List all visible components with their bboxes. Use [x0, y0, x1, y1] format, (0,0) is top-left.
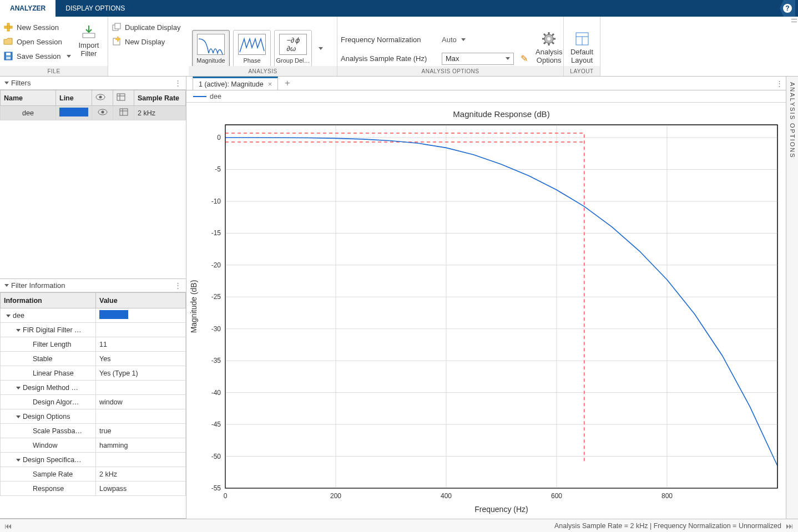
freq-norm-label: Frequency Normalization [341, 36, 435, 44]
legend-label: dee [210, 93, 221, 100]
expander-icon[interactable] [16, 459, 21, 462]
svg-text:Magnitude Response (dB): Magnitude Response (dB) [453, 109, 549, 119]
add-tab-button[interactable]: + [285, 77, 290, 90]
svg-text:-40: -40 [211, 389, 221, 397]
color-chip[interactable] [59, 108, 88, 116]
legend-line [193, 96, 206, 97]
info-row[interactable]: Scale Passba…true [1, 424, 186, 438]
group-label-layout: LAYOUT [564, 66, 600, 76]
analysis-more-button[interactable] [315, 45, 324, 52]
svg-point-14 [547, 37, 550, 40]
chevron-down-icon[interactable] [4, 82, 9, 84]
info-row[interactable]: Design Options [1, 409, 186, 424]
info-row[interactable]: Filter Length11 [1, 337, 186, 352]
group-label-analysis: ANALYSIS [189, 66, 337, 76]
filter-info-title: Filter Information [11, 281, 65, 290]
tab-menu-button[interactable]: ⋮ [772, 77, 786, 90]
info-row[interactable]: ResponseLowpass [1, 482, 186, 496]
info-row[interactable]: FIR Digital Filter … [1, 323, 186, 337]
import-icon [81, 24, 97, 40]
svg-text:-15: -15 [211, 229, 221, 237]
info-row[interactable]: Design Specifica… [1, 453, 186, 467]
chevron-down-icon[interactable] [4, 284, 9, 287]
svg-text:-5: -5 [215, 165, 221, 173]
plus-icon [3, 22, 13, 32]
properties-icon[interactable] [119, 108, 128, 116]
expander-icon[interactable] [6, 315, 11, 317]
col-visible[interactable] [92, 90, 113, 106]
info-row[interactable]: StableYes [1, 352, 186, 366]
close-icon[interactable]: × [268, 80, 272, 88]
tab-analyzer[interactable]: ANALYZER [0, 0, 55, 17]
svg-point-27 [99, 96, 102, 99]
svg-text:-45: -45 [211, 420, 221, 428]
svg-text:400: 400 [441, 492, 452, 500]
nav-first-icon[interactable]: ⏮ [4, 521, 12, 530]
duplicate-icon [112, 22, 122, 32]
help-button[interactable]: ? [780, 0, 795, 17]
eye-icon[interactable] [98, 109, 108, 115]
freq-norm-dropdown[interactable]: Auto [442, 36, 466, 44]
svg-line-21 [544, 42, 546, 44]
svg-point-32 [101, 111, 104, 114]
import-filter-button[interactable]: Import Filter [74, 22, 104, 60]
info-row[interactable]: Design Method … [1, 381, 186, 395]
col-props[interactable] [113, 90, 134, 106]
analysis-phase-button[interactable]: Phase [233, 30, 271, 68]
analysis-options-collapsed-panel[interactable]: ANALYSIS OPTIONS [786, 77, 798, 519]
layout-icon [574, 31, 590, 47]
default-layout-button[interactable]: Default Layout [566, 29, 598, 67]
document-tab[interactable]: 1 (active): Magnitude × [193, 77, 278, 90]
toolstrip-collapse-button[interactable] [790, 17, 798, 76]
expander-icon[interactable] [16, 416, 21, 418]
svg-text:-50: -50 [211, 453, 221, 460]
col-line[interactable]: Line [56, 90, 92, 106]
col-information[interactable]: Information [1, 293, 96, 308]
new-display-button[interactable]: New Display [112, 34, 180, 49]
analysis-options-button[interactable]: Analysis Options [531, 29, 567, 67]
svg-line-22 [552, 34, 554, 36]
open-session-button[interactable]: Open Session [3, 34, 71, 49]
eye-icon [95, 94, 105, 100]
save-session-button[interactable]: Save Session [3, 49, 71, 63]
filters-panel-menu[interactable]: ⋮ [174, 79, 181, 87]
svg-rect-28 [117, 94, 125, 100]
svg-text:0: 0 [217, 134, 221, 141]
document-tab-label: 1 (active): Magnitude [199, 80, 264, 88]
svg-rect-7 [83, 33, 95, 38]
info-row[interactable]: Linear PhaseYes (Type 1) [1, 366, 186, 381]
info-row[interactable]: dee [1, 308, 186, 323]
analysis-magnitude-button[interactable]: Magnitude [192, 30, 230, 68]
group-label-file: FILE [0, 66, 108, 76]
filter-info-menu[interactable]: ⋮ [174, 281, 181, 290]
svg-text:-20: -20 [211, 261, 221, 269]
save-icon [3, 51, 13, 61]
col-sample-rate[interactable]: Sample Rate [134, 90, 186, 106]
folder-open-icon [3, 37, 13, 47]
edit-icon[interactable]: ✎ [521, 53, 528, 64]
expander-icon[interactable] [16, 387, 21, 389]
info-row[interactable]: Design Algor…window [1, 395, 186, 409]
svg-text:-35: -35 [211, 357, 221, 364]
new-session-button[interactable]: New Session [3, 20, 71, 34]
svg-text:200: 200 [330, 492, 341, 500]
svg-line-20 [552, 42, 554, 44]
sample-rate-combobox[interactable]: Max [442, 53, 514, 65]
nav-last-icon[interactable]: ⏭ [786, 521, 794, 530]
svg-text:-30: -30 [211, 325, 221, 333]
svg-rect-33 [120, 109, 128, 115]
info-row[interactable]: Sample Rate2 kHz [1, 467, 186, 482]
info-row[interactable]: Windowhamming [1, 438, 186, 453]
status-text: Analysis Sample Rate = 2 kHz | Frequency… [554, 522, 781, 530]
col-name[interactable]: Name [1, 90, 56, 106]
col-value[interactable]: Value [96, 293, 186, 308]
analysis-group-delay-button[interactable]: −∂ϕ∂ω Group Del… [274, 30, 312, 68]
svg-text:Frequency (Hz): Frequency (Hz) [474, 505, 528, 514]
filter-row[interactable]: dee2 kHz [1, 106, 186, 120]
svg-rect-9 [115, 23, 120, 29]
duplicate-display-button[interactable]: Duplicate Display [112, 20, 180, 34]
tab-display-options[interactable]: DISPLAY OPTIONS [55, 0, 135, 17]
magnitude-plot[interactable]: 02004006008000-5-10-15-20-25-30-35-40-45… [186, 103, 786, 519]
expander-icon[interactable] [16, 329, 21, 332]
properties-icon [117, 93, 125, 101]
